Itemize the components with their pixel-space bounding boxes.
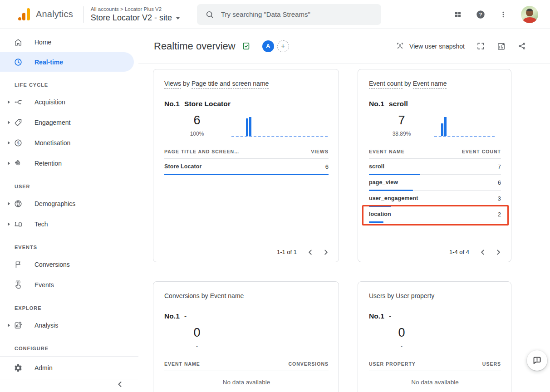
engagement-tag-icon [14,118,23,127]
share-icon[interactable] [518,42,526,50]
expand-arrow-icon[interactable] [6,222,11,226]
sidebar-item-demographics[interactable]: Demographics [0,193,138,214]
brand-name: Analytics [36,9,73,20]
sidebar-item-tech[interactable]: Tech [0,214,138,234]
dimension-selector[interactable]: Page title and screen name [192,80,269,89]
analysis-icon [14,321,23,330]
empty-state-text: No data available [164,379,329,386]
sidebar-item-label: Admin [34,364,53,372]
sidebar-item-realtime[interactable]: Real-time [0,52,134,72]
sidebar-item-conversions[interactable]: Conversions [0,254,138,274]
avatar[interactable] [521,6,538,23]
sidebar-item-acquisition[interactable]: Acquisition [0,92,138,112]
card-event-count-by-event-name: Event count by Event name No.1 scroll 7 … [358,69,511,262]
help-icon[interactable]: ? [476,10,486,20]
kebab-menu-icon[interactable] [499,10,507,19]
rank-label: No.1 [164,100,180,108]
sparkline-chart [434,116,495,137]
title-connector: by [404,80,411,89]
column-header-metric: VIEWS [311,149,329,154]
metric-value: 0 [183,326,211,340]
table-row: user_engagement 3 [369,191,501,206]
fullscreen-icon[interactable] [476,42,485,50]
rank-label: No.1 [369,100,384,108]
breadcrumb[interactable]: All accounts > Locator Plus V2 [91,6,180,12]
sidebar-item-home[interactable]: Home [0,32,138,52]
clock-icon [14,58,23,67]
sidebar-item-analysis[interactable]: Analysis [0,315,138,335]
property-switcher[interactable]: All accounts > Locator Plus V2 Store Loc… [91,6,180,23]
property-name[interactable]: Store Locator V2 - site [91,13,172,23]
sidebar-item-engagement[interactable]: Engagement [0,112,138,132]
sidebar-item-label: Events [34,281,54,289]
view-user-snapshot-label: View user snapshot [409,43,465,50]
expand-arrow-icon[interactable] [6,162,11,165]
metric-selector[interactable]: Users [369,292,386,301]
card-views-by-page-title: Views by Page title and screen name No.1… [153,69,339,262]
title-connector: by [201,292,208,301]
expand-arrow-icon[interactable] [6,100,11,104]
data-quality-check-icon[interactable] [242,42,250,50]
svg-text:?: ? [479,11,482,17]
expand-arrow-icon[interactable] [6,323,11,327]
acquisition-icon [14,98,23,107]
column-header-dimension: EVENT NAME [369,149,405,154]
main-header: Realtime overview A + View use [138,29,550,64]
dimension-selector[interactable]: User property [396,292,434,301]
pagination-prev-icon[interactable] [308,249,313,255]
sidebar-item-label: Monetisation [34,139,70,147]
metric-percent: - [183,343,211,349]
row-value: 2 [498,211,501,218]
sidebar-collapse-button[interactable] [117,381,123,387]
comparison-chip[interactable]: A [262,40,274,52]
row-name: location [369,211,391,217]
expand-arrow-icon[interactable] [6,121,11,124]
dimension-selector[interactable]: Event name [210,292,244,301]
pagination-next-icon[interactable] [324,249,329,255]
rank-label: No.1 [164,312,180,320]
metric-selector[interactable]: Views [164,80,181,89]
title-connector: by [388,292,394,301]
table-row: scroll 7 [369,159,501,175]
sidebar-section-configure: CONFIGURE [0,342,138,355]
globe-icon [14,199,23,208]
feedback-icon [532,356,542,365]
metric-value: 7 [388,113,415,127]
view-user-snapshot-button[interactable]: View user snapshot [396,42,465,50]
row-name: Store Locator [164,163,202,170]
search-bar[interactable] [197,4,381,25]
add-comparison-button[interactable]: + [277,40,289,52]
gear-icon [14,363,23,372]
row-value: 6 [498,179,501,186]
row-value-bar [164,174,329,175]
row-name: user_engagement [369,195,418,201]
metric-selector[interactable]: Conversions [164,292,200,301]
feedback-button[interactable] [527,350,547,371]
empty-state-text: No data available [369,379,501,386]
sidebar-item-admin[interactable]: Admin [0,358,138,378]
search-input[interactable] [221,10,373,18]
expand-arrow-icon[interactable] [6,202,11,206]
table-row: Store Locator 6 [164,159,329,175]
metric-percent: 100% [183,131,211,137]
row-name: page_view [369,179,398,186]
metric-value: 6 [183,113,211,127]
row-value-bar [369,221,383,223]
metric-value: 0 [388,326,415,340]
user-snapshot-icon [396,42,404,50]
pagination-prev-icon[interactable] [480,249,485,255]
metric-selector[interactable]: Event count [369,80,403,89]
apps-grid-icon[interactable] [454,10,462,19]
sidebar-item-label: Engagement [34,119,70,126]
customize-report-icon[interactable] [497,42,506,51]
row-name: scroll [369,163,384,170]
sidebar-item-events[interactable]: Events [0,274,138,295]
expand-arrow-icon[interactable] [6,141,11,145]
dimension-selector[interactable]: Event name [413,80,447,89]
table-row: page_view 6 [369,175,501,191]
pagination-next-icon[interactable] [496,249,501,255]
sidebar-item-retention[interactable]: Retention [0,153,138,173]
sidebar-item-monetisation[interactable]: $ Monetisation [0,132,138,153]
monetisation-icon: $ [14,138,23,147]
row-value: 6 [325,163,329,170]
